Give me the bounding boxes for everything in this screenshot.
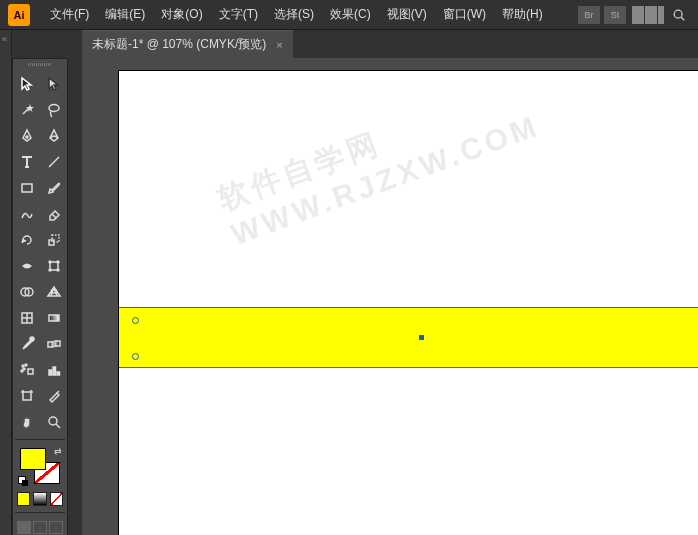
svg-line-40 (56, 424, 60, 428)
shape-builder-tool[interactable] (13, 279, 40, 305)
panel-grip-icon[interactable] (13, 63, 67, 69)
search-icon[interactable] (668, 6, 690, 24)
hand-tool[interactable] (13, 409, 40, 435)
lasso-tool[interactable] (40, 97, 67, 123)
menu-bar: Ai 文件(F) 编辑(E) 对象(O) 文字(T) 选择(S) 效果(C) 视… (0, 0, 698, 30)
draw-behind-icon[interactable] (33, 521, 47, 534)
rotate-tool[interactable] (13, 227, 40, 253)
svg-point-39 (49, 417, 57, 425)
free-transform-tool[interactable] (40, 253, 67, 279)
svg-point-28 (23, 368, 25, 370)
type-tool[interactable] (13, 149, 40, 175)
svg-point-12 (57, 261, 59, 263)
svg-line-1 (681, 17, 684, 20)
fill-stroke-swatch[interactable]: ⇄ (18, 446, 62, 486)
collapse-chevron-icon: « (2, 34, 7, 44)
eraser-tool[interactable] (40, 201, 67, 227)
svg-point-11 (49, 261, 51, 263)
svg-point-4 (26, 136, 28, 138)
stock-icon[interactable]: St (604, 6, 626, 24)
draw-normal-icon[interactable] (17, 521, 31, 534)
scale-tool[interactable] (40, 227, 67, 253)
menu-select[interactable]: 选择(S) (266, 2, 322, 27)
artboard[interactable]: 软件自学网 WWW.RJZXW.COM (118, 70, 698, 535)
curvature-pen-tool[interactable] (40, 123, 67, 149)
svg-rect-31 (53, 367, 56, 375)
svg-rect-33 (23, 392, 31, 400)
anchor-point-icon[interactable] (132, 317, 139, 324)
svg-rect-20 (49, 315, 59, 321)
svg-point-26 (22, 365, 24, 367)
svg-point-3 (49, 105, 59, 112)
svg-line-38 (57, 391, 59, 393)
menu-object[interactable]: 对象(O) (153, 2, 210, 27)
menu-file[interactable]: 文件(F) (42, 2, 97, 27)
draw-modes-row (13, 517, 67, 535)
pen-tool[interactable] (13, 123, 40, 149)
color-mode-none[interactable] (50, 492, 63, 506)
draw-inside-icon[interactable] (49, 521, 63, 534)
swap-fill-stroke-icon[interactable]: ⇄ (54, 446, 62, 456)
document-tab-title: 未标题-1* @ 107% (CMYK/预览) (92, 36, 266, 53)
color-mode-color[interactable] (17, 492, 30, 506)
svg-rect-30 (49, 370, 52, 375)
menu-help[interactable]: 帮助(H) (494, 2, 551, 27)
svg-rect-6 (22, 184, 32, 192)
fill-color-swatch[interactable] (20, 448, 46, 470)
svg-rect-9 (52, 235, 59, 242)
app-logo: Ai (8, 4, 30, 26)
svg-point-0 (674, 10, 682, 18)
blend-tool[interactable] (40, 331, 67, 357)
paintbrush-tool[interactable] (40, 175, 67, 201)
svg-point-29 (21, 370, 23, 372)
shaper-tool[interactable] (13, 201, 40, 227)
gradient-tool[interactable] (40, 305, 67, 331)
default-fill-stroke-icon[interactable] (18, 476, 28, 486)
tab-close-icon[interactable]: × (276, 39, 282, 51)
menu-type[interactable]: 文字(T) (211, 2, 266, 27)
selection-tool[interactable] (13, 71, 40, 97)
perspective-grid-tool[interactable] (40, 279, 67, 305)
selected-rectangle-shape[interactable] (119, 307, 698, 368)
workspace-switcher-icon[interactable] (632, 6, 664, 24)
magic-wand-tool[interactable] (13, 97, 40, 123)
rectangle-tool[interactable] (13, 175, 40, 201)
svg-point-21 (30, 337, 34, 341)
svg-rect-32 (57, 372, 60, 375)
center-point-icon[interactable] (419, 335, 424, 340)
svg-point-14 (57, 269, 59, 271)
column-graph-tool[interactable] (40, 357, 67, 383)
document-tab[interactable]: 未标题-1* @ 107% (CMYK/预览) × (82, 30, 293, 58)
artboard-tool[interactable] (13, 383, 40, 409)
menu-effect[interactable]: 效果(C) (322, 2, 379, 27)
menu-window[interactable]: 窗口(W) (435, 2, 494, 27)
mesh-tool[interactable] (13, 305, 40, 331)
svg-rect-25 (28, 369, 33, 374)
color-mode-row (13, 490, 67, 508)
svg-point-13 (49, 269, 51, 271)
slice-tool[interactable] (40, 383, 67, 409)
svg-line-5 (49, 157, 59, 167)
panel-collapse-strip[interactable]: « (0, 30, 12, 535)
line-segment-tool[interactable] (40, 149, 67, 175)
zoom-tool[interactable] (40, 409, 67, 435)
color-mode-gradient[interactable] (33, 492, 46, 506)
canvas-area: 软件自学网 WWW.RJZXW.COM (82, 58, 698, 535)
direct-selection-tool[interactable] (40, 71, 67, 97)
menu-view[interactable]: 视图(V) (379, 2, 435, 27)
symbol-sprayer-tool[interactable] (13, 357, 40, 383)
eyedropper-tool[interactable] (13, 331, 40, 357)
width-tool[interactable] (13, 253, 40, 279)
anchor-point-icon[interactable] (132, 353, 139, 360)
svg-point-27 (25, 364, 27, 366)
tools-panel: ⇄ (12, 58, 68, 535)
document-tab-bar: 未标题-1* @ 107% (CMYK/预览) × (0, 30, 698, 58)
bridge-icon[interactable]: Br (578, 6, 600, 24)
menu-edit[interactable]: 编辑(E) (97, 2, 153, 27)
svg-line-7 (52, 214, 56, 218)
